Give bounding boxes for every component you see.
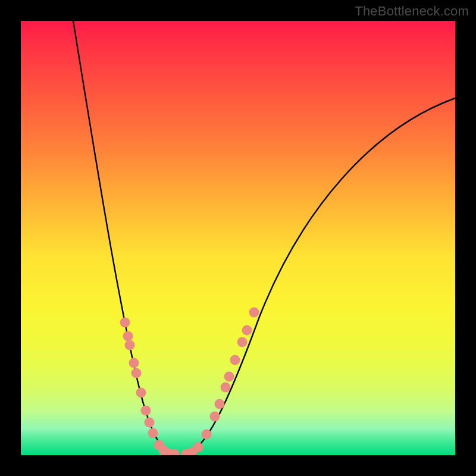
- dots-right-group: [181, 308, 259, 456]
- data-point-dot: [210, 412, 220, 422]
- data-point-dot: [224, 372, 234, 382]
- plot-area: [21, 21, 455, 455]
- data-point-dot: [141, 406, 151, 416]
- data-point-dot: [123, 331, 133, 342]
- data-point-dot: [193, 443, 203, 453]
- data-point-dot: [145, 418, 155, 428]
- data-point-dot: [242, 325, 252, 336]
- data-point-dot: [230, 355, 240, 365]
- chart-frame: TheBottleneck.com: [0, 0, 476, 476]
- data-point-dot: [120, 318, 130, 328]
- curve-right: [186, 98, 455, 454]
- data-point-dot: [215, 399, 225, 409]
- data-point-dot: [125, 340, 135, 350]
- data-point-dot: [131, 368, 142, 378]
- data-point-dot: [237, 337, 248, 347]
- data-point-dot: [249, 308, 259, 318]
- data-point-dot: [148, 428, 158, 439]
- data-point-dot: [129, 358, 139, 368]
- data-point-dot: [221, 383, 231, 393]
- data-point-dot: [202, 430, 212, 440]
- data-point-dot: [136, 388, 146, 398]
- dots-left-group: [120, 318, 180, 456]
- chart-svg: [21, 21, 455, 455]
- curve-left: [73, 21, 174, 454]
- watermark-text: TheBottleneck.com: [355, 4, 469, 19]
